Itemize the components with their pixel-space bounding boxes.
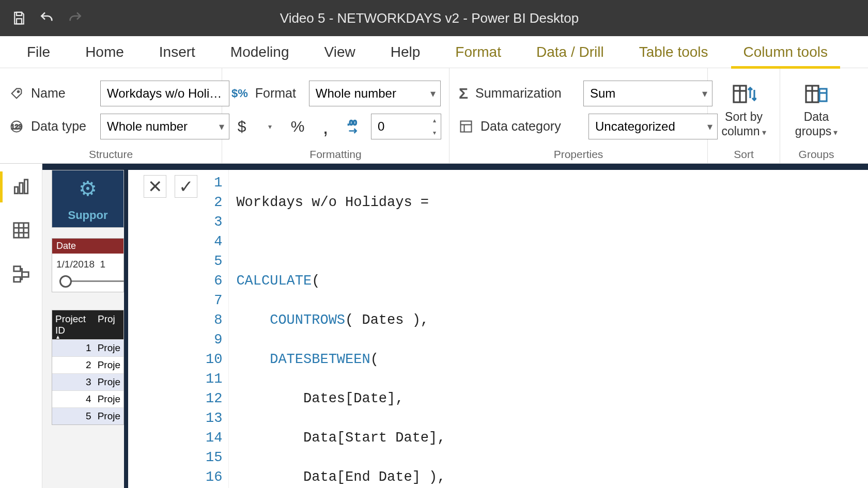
- summarization-select[interactable]: Sum: [583, 81, 712, 106]
- currency-button[interactable]: $: [231, 116, 252, 137]
- datatype-icon: 123: [9, 118, 24, 135]
- tab-file[interactable]: File: [9, 36, 68, 68]
- data-category-select[interactable]: Uncategorized: [588, 114, 718, 139]
- svg-rect-15: [819, 89, 827, 101]
- project-table[interactable]: Project ID Proj 1Proje 2Proje 3Proje 4Pr…: [52, 310, 124, 425]
- svg-rect-1: [17, 19, 22, 24]
- format-select[interactable]: Whole number: [309, 81, 441, 106]
- decimals-input[interactable]: [371, 114, 428, 139]
- group-structure: Name 123 Data type Whole number Structur…: [0, 68, 222, 163]
- svg-rect-18: [19, 183, 22, 194]
- svg-rect-25: [13, 266, 20, 272]
- group-sort: Sort by column▾ Sort: [708, 68, 780, 163]
- slicer-start-date: 1/1/2018: [56, 259, 95, 270]
- table-row[interactable]: 2Proje: [52, 356, 123, 373]
- name-icon: [9, 85, 24, 102]
- groups-icon: [803, 81, 829, 107]
- decimals-icon[interactable]: .00: [343, 116, 364, 137]
- sort-by-column-button[interactable]: Sort by column▾: [712, 73, 775, 146]
- groups-label: Data groups▾: [795, 110, 838, 138]
- summarization-label: Summarization: [475, 86, 576, 101]
- decimals-up[interactable]: ▴: [428, 114, 441, 127]
- col-project-name[interactable]: Proj: [95, 310, 118, 339]
- body: ⚙ Suppor Date 1/1/2018 1 Project ID Proj…: [0, 164, 868, 488]
- svg-point-2: [18, 90, 20, 92]
- data-view-icon[interactable]: [8, 217, 34, 243]
- formula-bar: ✕ ✓ 1234 5678 9101112 13141516 Workdays …: [124, 170, 868, 488]
- data-category-icon: [459, 118, 473, 135]
- data-category-label: Data category: [481, 119, 581, 134]
- format-label: Format: [255, 86, 302, 101]
- tab-insert[interactable]: Insert: [142, 36, 213, 68]
- window-title: Video 5 - NETWORKDAYS v2 - Power BI Desk…: [84, 10, 775, 26]
- save-icon[interactable]: [10, 9, 28, 27]
- tab-table-tools[interactable]: Table tools: [622, 36, 726, 68]
- slicer-header: Date: [52, 239, 123, 254]
- titlebar: Video 5 - NETWORKDAYS v2 - Power BI Desk…: [0, 0, 868, 36]
- support-label: Suppor: [52, 207, 123, 227]
- datatype-label: Data type: [31, 119, 93, 134]
- svg-text:123: 123: [11, 122, 22, 130]
- svg-rect-0: [17, 12, 22, 15]
- svg-rect-6: [461, 121, 472, 132]
- view-rail: [0, 164, 42, 488]
- tab-modeling[interactable]: Modeling: [213, 36, 307, 68]
- sort-label: Sort by column▾: [721, 110, 766, 138]
- report-view-icon[interactable]: [8, 174, 34, 200]
- tab-home[interactable]: Home: [68, 36, 142, 68]
- line-gutter: 1234 5678 9101112 13141516: [206, 170, 229, 488]
- date-slicer[interactable]: Date 1/1/2018 1: [52, 238, 124, 292]
- slicer-track[interactable]: [56, 276, 119, 287]
- group-sort-label: Sort: [717, 146, 770, 161]
- table-row[interactable]: 4Proje: [52, 390, 123, 407]
- data-groups-button[interactable]: Data groups▾: [786, 73, 847, 146]
- table-row[interactable]: 1Proje: [52, 339, 123, 356]
- svg-rect-27: [13, 277, 20, 282]
- svg-rect-20: [13, 223, 28, 238]
- table-row[interactable]: 5Proje: [52, 407, 123, 424]
- percent-button[interactable]: %: [287, 116, 308, 137]
- datatype-select[interactable]: Whole number: [100, 114, 229, 139]
- gear-icon: ⚙: [52, 170, 123, 207]
- ribbon: Name 123 Data type Whole number Structur…: [0, 68, 868, 164]
- formula-commit-button[interactable]: ✓: [175, 175, 197, 198]
- model-view-icon[interactable]: [8, 261, 34, 287]
- tab-view[interactable]: View: [307, 36, 373, 68]
- tab-help[interactable]: Help: [373, 36, 438, 68]
- redo-icon: [66, 9, 84, 27]
- sort-icon: [731, 81, 757, 107]
- group-formatting-label: Formatting: [231, 146, 440, 161]
- svg-rect-26: [22, 272, 28, 277]
- group-formatting: $% Format Whole number $ ▾ % , .00 ▴▾: [222, 68, 450, 163]
- group-properties-label: Properties: [459, 146, 698, 161]
- group-groups-label: Groups: [789, 146, 843, 161]
- formula-cancel-button[interactable]: ✕: [144, 175, 166, 198]
- canvas: ⚙ Suppor Date 1/1/2018 1 Project ID Proj…: [42, 164, 868, 488]
- comma-button[interactable]: ,: [315, 116, 336, 137]
- report-visuals: ⚙ Suppor Date 1/1/2018 1 Project ID Proj…: [52, 170, 124, 425]
- group-structure-label: Structure: [9, 146, 212, 161]
- undo-icon[interactable]: [38, 9, 56, 27]
- support-thumb[interactable]: ⚙ Suppor: [52, 170, 124, 228]
- tab-column-tools[interactable]: Column tools: [726, 36, 845, 68]
- table-row[interactable]: 3Proje: [52, 373, 123, 390]
- col-project-id[interactable]: Project ID: [52, 310, 95, 339]
- slicer-knob[interactable]: [59, 275, 72, 288]
- tab-format[interactable]: Format: [438, 36, 519, 68]
- ribbon-tabs: File Home Insert Modeling View Help Form…: [0, 36, 868, 68]
- svg-rect-19: [24, 180, 27, 194]
- summarization-icon: Σ: [459, 85, 468, 102]
- svg-text:.00: .00: [348, 119, 357, 127]
- svg-rect-17: [14, 187, 18, 194]
- tab-data-drill[interactable]: Data / Drill: [519, 36, 622, 68]
- decimals-down[interactable]: ▾: [428, 127, 441, 139]
- name-input[interactable]: [100, 81, 229, 106]
- group-properties: Σ Summarization Sum Data category Uncate…: [450, 68, 708, 163]
- name-label: Name: [31, 86, 93, 101]
- decimals-spinner[interactable]: ▴▾: [371, 114, 441, 139]
- format-icon: $%: [231, 85, 248, 102]
- dax-editor[interactable]: Workdays w/o Holidays = CALCULATE( COUNT…: [229, 170, 868, 488]
- currency-dropdown-icon[interactable]: ▾: [259, 116, 280, 137]
- group-groups: Data groups▾ Groups: [780, 68, 853, 163]
